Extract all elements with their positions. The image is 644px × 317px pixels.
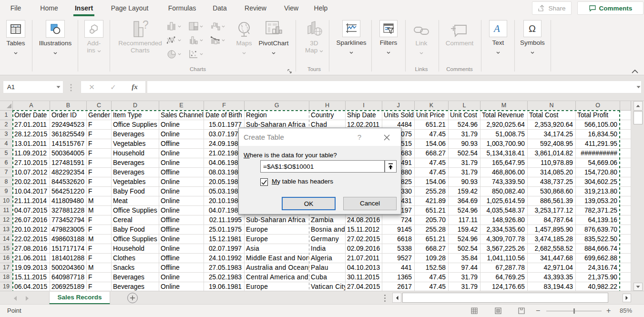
cell-I12[interactable]: 24.08.2016 <box>346 215 382 225</box>
maps-button[interactable]: Maps <box>230 17 258 56</box>
cell-M3[interactable]: 51,008.75 <box>480 130 528 139</box>
insert-scatter-chart-button[interactable] <box>189 49 203 59</box>
cell-F17[interactable]: 27.05.1983 <box>204 263 245 273</box>
cell-M2[interactable]: 2,920,025.64 <box>480 120 528 130</box>
column-header-partial[interactable] <box>620 101 631 111</box>
cell-C7[interactable]: F <box>87 168 112 177</box>
cell-C15[interactable]: F <box>87 244 112 254</box>
new-sheet-button[interactable] <box>127 293 138 303</box>
cell-D3[interactable]: Beverages <box>112 130 159 139</box>
cell-P3[interactable] <box>620 130 631 139</box>
cell-G19[interactable]: Europe <box>245 282 309 291</box>
cell-E15[interactable]: Online <box>159 244 204 254</box>
tab-insert[interactable]: Insert <box>75 0 93 17</box>
cell-C3[interactable]: F <box>87 130 112 139</box>
sheet-nav-right-icon[interactable] <box>25 295 30 303</box>
cell-D4[interactable]: Vegetables <box>112 139 159 149</box>
cell-I15[interactable]: 02.09.2016 <box>346 244 382 254</box>
scroll-down-button[interactable] <box>634 283 643 291</box>
page-break-view-button[interactable] <box>518 307 525 316</box>
cell-O17[interactable]: 24,316.74 <box>576 263 620 273</box>
cell-B1[interactable]: Order ID <box>50 111 87 120</box>
cancel-button[interactable]: Cancel <box>343 197 397 210</box>
cell-J13[interactable]: 9145 <box>382 225 415 235</box>
cell-K10[interactable]: 421.89 <box>415 196 449 206</box>
cell-A12[interactable]: 26.07.2016 <box>13 215 50 225</box>
cell-L3[interactable]: 31.79 <box>449 130 480 139</box>
cell-B19[interactable]: 206925189 <box>50 282 87 291</box>
cell-H1[interactable]: Country <box>309 111 346 120</box>
cell-P14[interactable] <box>620 235 631 244</box>
cell-K4[interactable]: 154.06 <box>415 139 449 149</box>
cell-F16[interactable]: 24.10.1992 <box>204 254 245 263</box>
cell-A4[interactable]: 13.01.2011 <box>13 139 50 149</box>
cell-H12[interactable]: Zambia <box>309 215 346 225</box>
horizontal-scroll-thumb[interactable] <box>402 293 608 303</box>
cell-E12[interactable]: Offline <box>159 215 204 225</box>
cell-A2[interactable]: 27.01.2011 <box>13 120 50 130</box>
cell-A8[interactable]: 20.02.2011 <box>13 177 50 187</box>
vertical-scrollbar[interactable] <box>631 101 644 291</box>
cell-H15[interactable]: India <box>309 244 346 254</box>
cell-N11[interactable]: 3,253,177.12 <box>528 206 576 215</box>
cell-D7[interactable]: Beverages <box>112 168 159 177</box>
dialog-close-icon[interactable] <box>382 133 391 142</box>
cell-D12[interactable]: Cereal <box>112 215 159 225</box>
cell-D13[interactable]: Baby Food <box>112 225 159 235</box>
cell-B2[interactable]: 292494523 <box>50 120 87 130</box>
cell-A14[interactable]: 22.02.2015 <box>13 235 50 244</box>
row-header-15[interactable]: 15 <box>0 244 13 254</box>
cell-C19[interactable]: F <box>87 282 112 291</box>
cell-B9[interactable]: 564251220 <box>50 187 87 196</box>
tab-data[interactable]: Data <box>213 0 227 17</box>
cell-C1[interactable]: Gender <box>87 111 112 120</box>
cell-D18[interactable]: Beverages <box>112 273 159 282</box>
cell-O9[interactable]: 319,213.80 <box>576 187 620 196</box>
cell-L15[interactable]: 502.54 <box>449 244 480 254</box>
cell-M8[interactable]: 743,339.50 <box>480 177 528 187</box>
cell-I14[interactable]: 27.02.2015 <box>346 235 382 244</box>
insert-pie-chart-button[interactable] <box>167 49 181 59</box>
cell-P2[interactable] <box>620 120 631 130</box>
cell-L7[interactable]: 31.79 <box>449 168 480 177</box>
cell-O2[interactable]: 566,105.00 <box>576 120 620 130</box>
cell-D6[interactable]: Beverages <box>112 158 159 168</box>
cell-H17[interactable]: Palau <box>309 263 346 273</box>
cell-E13[interactable]: Offline <box>159 225 204 235</box>
tab-home[interactable]: Home <box>40 0 58 17</box>
cell-B7[interactable]: 482292354 <box>50 168 87 177</box>
cell-O1[interactable]: Total Profit <box>576 111 620 120</box>
cell-B3[interactable]: 361825549 <box>50 130 87 139</box>
tab-help[interactable]: Help <box>314 0 328 17</box>
cell-A15[interactable]: 27.08.2016 <box>13 244 50 254</box>
cell-M5[interactable]: 5,134,318.41 <box>480 149 528 158</box>
cell-E3[interactable]: Online <box>159 130 204 139</box>
cell-D1[interactable]: Item Type <box>112 111 159 120</box>
cell-O7[interactable]: 154,720.80 <box>576 168 620 177</box>
page-layout-view-button[interactable] <box>495 307 501 316</box>
cell-K12[interactable]: 205.70 <box>415 215 449 225</box>
cell-P9[interactable] <box>620 187 631 196</box>
cell-E18[interactable]: Online <box>159 273 204 282</box>
row-header-6[interactable]: 6 <box>0 158 13 168</box>
table-range-input[interactable] <box>260 160 385 173</box>
cell-L10[interactable]: 364.69 <box>449 196 480 206</box>
cell-D9[interactable]: Baby Food <box>112 187 159 196</box>
cancel-icon[interactable]: ✕ <box>89 83 95 92</box>
formula-bar-drag-handle[interactable] <box>70 83 72 95</box>
cell-O16[interactable]: 699,662.88 <box>576 254 620 263</box>
cell-F18[interactable]: 25.02.1983 <box>204 273 245 282</box>
cell-A3[interactable]: 28.12.2015 <box>13 130 50 139</box>
cell-A9[interactable]: 10.04.2017 <box>13 187 50 196</box>
cell-E10[interactable]: Online <box>159 196 204 206</box>
cell-G17[interactable]: Australia and Oceania <box>245 263 309 273</box>
cell-P8[interactable] <box>620 177 631 187</box>
cell-E4[interactable]: Offline <box>159 139 204 149</box>
enter-icon[interactable]: ✓ <box>110 83 116 92</box>
cell-M10[interactable]: 1,025,614.59 <box>480 196 528 206</box>
cell-E2[interactable]: Online <box>159 120 204 130</box>
cell-L12[interactable]: 117.11 <box>449 215 480 225</box>
vertical-scroll-thumb[interactable] <box>634 111 643 124</box>
cell-C8[interactable]: F <box>87 177 112 187</box>
scroll-up-button[interactable] <box>634 101 643 111</box>
